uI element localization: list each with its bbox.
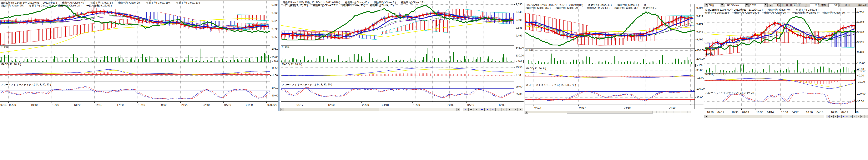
svg-text:16:30: 16:30 [831, 110, 838, 114]
svg-text:04/17: 04/17 [792, 110, 799, 114]
svg-text:23.50: 23.50 [516, 66, 523, 69]
svg-text:01:20: 01:20 [246, 103, 253, 106]
svg-text:10:40: 10:40 [31, 103, 38, 106]
svg-text:16:30: 16:30 [756, 110, 763, 114]
svg-text:04/19: 04/19 [841, 110, 848, 114]
svg-text:16:30: 16:30 [707, 110, 714, 114]
svg-text:出来高: 出来高 [526, 49, 533, 52]
svg-text:分: 分 [794, 4, 796, 7]
svg-text:出来高: 出来高 [282, 45, 289, 49]
svg-text:600.00: 600.00 [696, 49, 705, 52]
svg-text:-1.50: -1.50 [272, 74, 278, 77]
svg-text:16:30: 16:30 [806, 110, 813, 114]
svg-text:MACD( 12, 26, 9 ): MACD( 12, 26, 9 ) [282, 63, 302, 66]
svg-text:L: L [503, 108, 505, 111]
svg-text:スロー・ストキャスティクス( 14, 3, 80, 20 ): スロー・ストキャスティクス( 14, 3, 80, 20 ) [282, 83, 332, 86]
svg-text:100.00: 100.00 [696, 87, 705, 90]
svg-text:02:40: 02:40 [0, 103, 7, 106]
svg-text:移動平均( Close, 75 ) 移動平均( Close: 移動平均( Close, 75 ) 移動平均( Close, 75 ) 移動平均… [1, 4, 112, 7]
svg-text:04/13: 04/13 [742, 110, 749, 114]
svg-text:17:20: 17:20 [117, 103, 124, 106]
svg-text:20:00: 20:00 [447, 103, 455, 106]
svg-text:130.00: 130.00 [516, 54, 524, 57]
svg-text:-10.00: -10.00 [857, 80, 865, 83]
svg-text:T: T [799, 4, 800, 7]
svg-text:2.50: 2.50 [516, 73, 521, 77]
svg-text:分: 分 [805, 4, 808, 7]
svg-text:04/18: 04/18 [816, 110, 824, 114]
svg-text:35.00: 35.00 [696, 68, 703, 72]
svg-text:04/18: 04/18 [382, 103, 389, 106]
svg-text:14:40: 14:40 [95, 103, 102, 106]
svg-text:× 100: × 100 [272, 60, 278, 63]
svg-text:9,645: 9,645 [516, 10, 523, 13]
svg-text:12:00: 12:00 [499, 103, 505, 106]
svg-text:9,495: 9,495 [516, 34, 523, 37]
svg-text:100.00: 100.00 [857, 92, 866, 95]
svg-text:18:40: 18:40 [138, 103, 145, 106]
svg-text:9,625: 9,625 [272, 20, 278, 23]
svg-text:09:20: 09:20 [9, 103, 16, 106]
svg-text:9,570: 9,570 [857, 31, 864, 34]
svg-text:9,595: 9,595 [696, 22, 703, 25]
svg-text:日経225mini 12/06( 15分, 2012/04/: 日経225mini 12/06( 15分, 2012/04/11 - 2012/… [283, 1, 425, 4]
svg-text:MACD( 12, 26, 9 ): MACD( 12, 26, 9 ) [705, 73, 725, 76]
svg-text:16:30: 16:30 [732, 110, 739, 114]
svg-text:× 100: × 100 [696, 64, 703, 66]
svg-text:D: D [850, 116, 851, 118]
svg-text:04/12: 04/12 [717, 110, 724, 114]
svg-text:60: 60 [815, 4, 817, 7]
svg-text:04/17: 04/17 [297, 103, 303, 106]
svg-text:MACD( 12, 26, 9 ): MACD( 12, 26, 9 ) [1, 63, 21, 66]
svg-text:日経225mini 12/06( 60分, 2012/04/: 日経225mini 12/06( 60分, 2012/04/11 - 2012/… [705, 8, 818, 11]
svg-text:35.00: 35.00 [857, 100, 864, 103]
svg-text:B: B [858, 116, 859, 118]
svg-text:本数: 本数 [821, 4, 826, 7]
svg-text:12:00: 12:00 [413, 103, 420, 106]
svg-text:9,695: 9,695 [696, 6, 703, 9]
svg-text:B: B [509, 108, 510, 111]
svg-text:20:00: 20:00 [160, 103, 166, 106]
svg-text:9,695: 9,695 [272, 3, 278, 6]
svg-text:35.00: 35.00 [516, 93, 523, 96]
svg-text:-15.00: -15.00 [696, 76, 704, 79]
svg-text:複数銘柄: 複数銘柄 [858, 4, 867, 6]
svg-text:スロー・ストキャスティクス( 14, 3, 80, 20 ): スロー・ストキャスティクス( 14, 3, 80, 20 ) [1, 83, 51, 86]
svg-text:1: 1 [777, 4, 778, 7]
svg-text:345.00: 345.00 [516, 46, 524, 49]
svg-text:スロー・ストキャスティクス( 14, 3, 80, 20 ): スロー・ストキャスティクス( 14, 3, 80, 20 ) [526, 84, 576, 87]
svg-text:21:20: 21:20 [181, 103, 188, 106]
svg-text:04/19: 04/19 [224, 103, 231, 106]
svg-text:205.0: 205.0 [272, 47, 278, 50]
svg-text:20:00: 20:00 [362, 103, 369, 106]
svg-text:× 1000: × 1000 [857, 70, 864, 73]
svg-text:04/19: 04/19 [669, 106, 676, 109]
svg-text:115.00: 115.00 [857, 62, 865, 65]
svg-text:9,645: 9,645 [696, 14, 703, 17]
svg-text:移動平均( Close, 150 ) 移動平均( Clos: 移動平均( Close, 150 ) 移動平均( Close, 20 ) 一目均… [526, 6, 656, 9]
svg-text:12:00: 12:00 [328, 103, 335, 106]
svg-text:9,700: 9,700 [857, 11, 864, 14]
svg-text:適用: 適用 [845, 4, 850, 7]
svg-text:移動平均( Close, 25 ) 移動平均( Close: 移動平均( Close, 25 ) 移動平均( Close, 150 ) 移動平… [705, 11, 846, 14]
svg-text:04/18: 04/18 [624, 106, 631, 109]
svg-text:9,660: 9,660 [272, 11, 278, 14]
svg-text:95.00: 95.00 [516, 85, 523, 88]
svg-text:MACD( 12, 26, 9 ): MACD( 12, 26, 9 ) [526, 67, 546, 70]
svg-text:09:20: 09:20 [270, 103, 277, 106]
svg-text:一目均衡表( 9, 26, 52 ) 移動平均( Clos: 一目均衡表( 9, 26, 52 ) 移動平均( Close, 75 ) 移動平… [283, 4, 394, 7]
svg-text:9,555: 9,555 [272, 35, 278, 38]
svg-text:D: D [498, 108, 499, 111]
svg-text:12/06: 12/06 [750, 4, 756, 7]
svg-text:22:40: 22:40 [203, 103, 210, 106]
svg-text:9,505: 9,505 [857, 41, 864, 44]
svg-text:9,545: 9,545 [516, 26, 523, 29]
svg-text:04/14: 04/14 [767, 110, 774, 114]
svg-text:月: 月 [790, 4, 792, 7]
svg-text:日経225mini: 日経225mini [725, 4, 739, 7]
svg-text:40.00: 40.00 [857, 74, 864, 77]
svg-text:出来高: 出来高 [1, 45, 8, 49]
svg-text:04/17: 04/17 [579, 106, 586, 109]
svg-text:L: L [854, 116, 855, 118]
svg-text:75.00: 75.00 [272, 56, 278, 59]
